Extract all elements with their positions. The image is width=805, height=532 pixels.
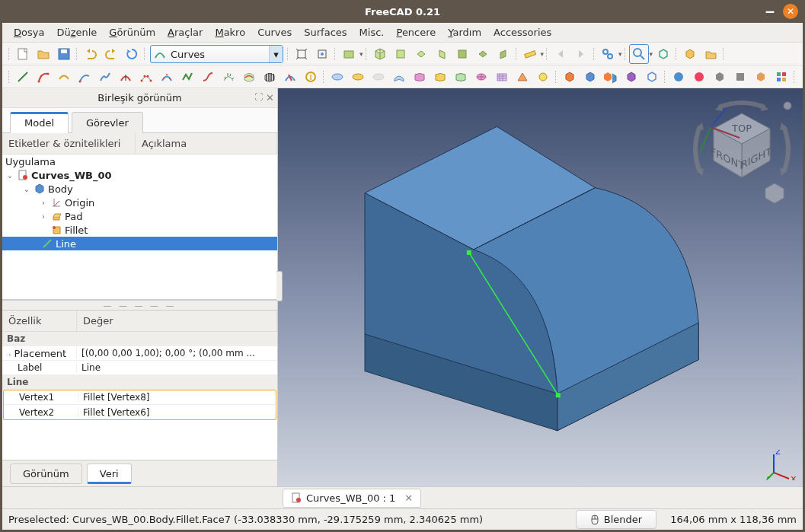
misc-tool-3[interactable]	[601, 67, 621, 87]
approximate-tool[interactable]	[157, 67, 177, 87]
surf-tool-6[interactable]	[430, 67, 450, 87]
svg-point-32	[695, 72, 704, 81]
draw-style-button[interactable]	[339, 44, 359, 64]
close-button[interactable]: ✕	[783, 4, 798, 19]
3d-viewport[interactable]: TOP FRONT RIGHT x y z	[278, 88, 803, 486]
iso-view-button[interactable]	[370, 44, 390, 64]
rear-view-button[interactable]	[452, 44, 472, 64]
zebra-tool[interactable]	[260, 67, 280, 87]
join-tool[interactable]	[95, 67, 115, 87]
tree-row-app[interactable]: Uygulama	[2, 155, 277, 168]
tree-row-doc[interactable]: ⌄Curves_WB_00	[2, 168, 277, 182]
bezier-tool[interactable]	[34, 67, 53, 87]
interpolate-tool[interactable]	[177, 67, 197, 87]
svg-rect-9	[524, 51, 535, 58]
trim-tool[interactable]	[280, 67, 300, 87]
undo-button[interactable]	[81, 44, 101, 64]
tree-view[interactable]: Etiketler & öznitelikleri Açıklama Uygul…	[2, 133, 277, 300]
doc-tab-close-icon[interactable]: ✕	[404, 492, 413, 504]
curve-on-surf-tool[interactable]	[239, 67, 259, 87]
close-panel-icon[interactable]: ✕	[266, 92, 274, 104]
link-button[interactable]	[598, 44, 618, 64]
nav-left-button[interactable]	[551, 44, 570, 64]
svg-rect-37	[782, 78, 786, 81]
fit-button[interactable]	[292, 44, 311, 64]
comb-tool[interactable]	[219, 67, 238, 87]
workbench-selector[interactable]: Curves ▾	[150, 45, 283, 63]
misc-tool-1[interactable]	[560, 67, 580, 87]
surf-tool-8[interactable]	[471, 67, 491, 87]
tree-row-pad[interactable]: ›Pad	[2, 209, 277, 223]
surf-tool-10[interactable]	[513, 67, 532, 87]
expand-icon[interactable]: ⛶	[254, 92, 263, 104]
menu-view[interactable]: Görünüm	[104, 25, 161, 40]
line-tool[interactable]	[13, 67, 33, 87]
tab-data[interactable]: Veri	[87, 464, 132, 484]
menu-help[interactable]: Yardım	[442, 25, 487, 40]
document-tab[interactable]: Curves_WB_00 : 1 ✕	[283, 489, 421, 508]
menu-surfaces[interactable]: Surfaces	[299, 25, 352, 40]
geom-info-tool[interactable]: i	[301, 67, 321, 87]
body-icon	[34, 183, 46, 195]
tree-row-line[interactable]: Line	[2, 237, 277, 250]
tab-model[interactable]: Model	[10, 112, 69, 133]
front-view-button[interactable]	[391, 44, 410, 64]
prop-group-base: Baz	[2, 332, 277, 346]
surf-tool-2[interactable]	[348, 67, 368, 87]
misc-tool-5[interactable]	[642, 67, 662, 87]
extend-tool[interactable]	[75, 67, 94, 87]
redo-button[interactable]	[101, 44, 121, 64]
nav-right-button[interactable]	[571, 44, 591, 64]
surf-tool-7[interactable]	[451, 67, 471, 87]
bottom-view-button[interactable]	[473, 44, 493, 64]
prop-row-label[interactable]: LabelLine	[2, 361, 277, 375]
surf-tool-5[interactable]	[410, 67, 430, 87]
menu-file[interactable]: Dosya	[8, 25, 50, 40]
right-view-button[interactable]	[432, 44, 452, 64]
menu-accessories[interactable]: Accessories	[488, 25, 557, 40]
save-button[interactable]	[54, 44, 74, 64]
menu-misc[interactable]: Misc.	[354, 25, 390, 40]
tree-row-fillet[interactable]: Fillet	[2, 223, 277, 237]
menu-curves[interactable]: Curves	[252, 25, 297, 40]
tab-view[interactable]: Görünüm	[10, 464, 82, 484]
surf-tool-11[interactable]	[533, 67, 553, 87]
panel-splitter[interactable]: — — — — —	[2, 300, 277, 311]
navigation-cube[interactable]: TOP FRONT RIGHT	[677, 84, 805, 214]
tree-row-body[interactable]: ⌄Body	[2, 182, 277, 196]
zoom-button[interactable]	[629, 44, 649, 64]
tab-tasks[interactable]: Görevler	[72, 112, 143, 133]
split-tool[interactable]	[116, 67, 136, 87]
surf-tool-4[interactable]	[389, 67, 409, 87]
menu-tools[interactable]: Araçlar	[162, 25, 208, 40]
box-sel-button[interactable]	[653, 44, 673, 64]
surf-tool-9[interactable]	[492, 67, 512, 87]
misc-tool-4[interactable]	[621, 67, 641, 87]
blend-tool[interactable]	[198, 67, 218, 87]
nav-style-button[interactable]: Blender	[576, 510, 656, 529]
svg-rect-0	[18, 49, 27, 59]
surf-tool-3[interactable]	[369, 67, 388, 87]
open-file-button[interactable]	[34, 44, 53, 64]
part-button[interactable]	[680, 44, 700, 64]
discretize-tool[interactable]	[136, 67, 156, 87]
surf-tool-1[interactable]	[327, 67, 347, 87]
new-file-button[interactable]	[13, 44, 33, 64]
prop-row-vertex1[interactable]: Vertex1Fillet [Vertex8]	[4, 390, 276, 405]
tree-row-origin[interactable]: ›Origin	[2, 196, 277, 209]
misc-tool-2[interactable]	[580, 67, 600, 87]
svg-rect-7	[397, 50, 404, 58]
prop-row-placement[interactable]: ›Placement[(0,00 0,00 1,00); 0,00 °; (0,…	[2, 346, 277, 361]
mixed-curve-tool[interactable]	[54, 67, 74, 87]
measure-button[interactable]	[520, 44, 540, 64]
top-view-button[interactable]	[411, 44, 431, 64]
menu-macro[interactable]: Makro	[209, 25, 251, 40]
refresh-button[interactable]	[122, 44, 142, 64]
menu-windows[interactable]: Pencere	[391, 25, 441, 40]
menu-edit[interactable]: Düzenle	[51, 25, 102, 40]
minimize-button[interactable]: ‒	[763, 3, 777, 19]
fit-sel-button[interactable]	[312, 44, 332, 64]
group-button[interactable]	[701, 44, 720, 64]
prop-row-vertex2[interactable]: Vertex2Fillet [Vertex6]	[4, 405, 276, 419]
left-view-button[interactable]	[494, 44, 513, 64]
